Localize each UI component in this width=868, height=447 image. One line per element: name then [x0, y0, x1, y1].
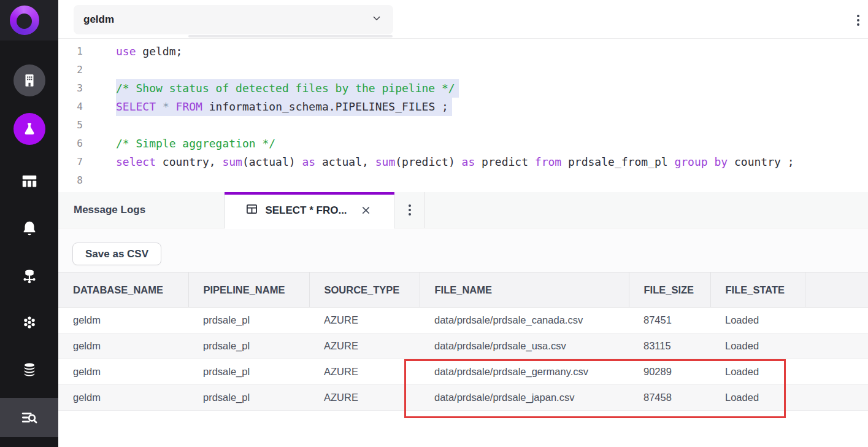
- tab-message-logs-label: Message Logs: [74, 204, 145, 216]
- kebab-menu-icon: [409, 204, 411, 216]
- results-toolbar: Save as CSV: [58, 229, 868, 272]
- code-line[interactable]: 4SELECT * FROM information_schema.PIPELI…: [58, 98, 868, 116]
- building-icon: [13, 64, 45, 96]
- sql-editor[interactable]: 1use geldm;23/* Show status of detected …: [58, 39, 868, 192]
- line-number: 1: [58, 42, 93, 61]
- code-line-text: /* Show status of detected files by the …: [116, 79, 455, 98]
- table-cell: Loaded: [710, 333, 805, 359]
- results-tabstrip: Message Logs SELECT * FRO...: [58, 192, 868, 228]
- sidebar-item-dashboards[interactable]: [0, 161, 58, 201]
- pipeline-database-icon: [20, 267, 39, 286]
- table-row[interactable]: geldmprdsale_plAZUREdata/prdsale/prdsale…: [58, 359, 868, 385]
- table-cell: data/prdsale/prdsale_usa.csv: [420, 333, 629, 359]
- tab-message-logs[interactable]: Message Logs: [58, 192, 225, 228]
- code-line[interactable]: 5: [58, 116, 868, 134]
- table-row[interactable]: geldmprdsale_plAZUREdata/prdsale/prdsale…: [58, 385, 868, 411]
- table-row[interactable]: geldmprdsale_plAZUREdata/prdsale/prdsale…: [58, 308, 868, 333]
- column-header: FILE_SIZE: [629, 273, 710, 308]
- code-line-text: SELECT * FROM information_schema.PIPELIN…: [116, 98, 448, 116]
- table-header-row: DATABASE_NAMEPIPELINE_NAMESOURCE_TYPEFIL…: [58, 273, 868, 308]
- code-line[interactable]: 1use geldm;: [58, 42, 868, 61]
- code-line-text: /* Simple aggregation */: [116, 134, 275, 153]
- tab-query-result[interactable]: SELECT * FRO...: [225, 192, 394, 228]
- chevron-down-icon: [371, 13, 382, 26]
- table-cell: 83115: [629, 333, 710, 359]
- code-editor: 1use geldm;23/* Show status of detected …: [58, 42, 868, 190]
- code-line-text: select country, sum(actual) as actual, s…: [116, 153, 794, 171]
- line-number: 8: [58, 171, 93, 190]
- editor-scrollbar-thumb[interactable]: [188, 35, 393, 37]
- table-cell: prdsale_pl: [188, 308, 309, 333]
- cluster-dots-icon: [20, 313, 39, 332]
- line-number: 6: [58, 134, 93, 153]
- line-number: 4: [58, 98, 93, 116]
- table-cell: 87458: [629, 385, 710, 411]
- database-selector-value: geldm: [83, 14, 114, 26]
- logo-area: [0, 0, 58, 41]
- sidebar-item-organization[interactable]: [0, 61, 58, 100]
- column-header: FILE_NAME: [420, 273, 629, 308]
- table-cell: prdsale_pl: [188, 359, 309, 385]
- logo-swirl-icon[interactable]: [10, 6, 39, 35]
- tab-query-result-label: SELECT * FRO...: [265, 204, 347, 217]
- code-line[interactable]: 6/* Simple aggregation */: [58, 134, 868, 153]
- table-cell: AZURE: [309, 359, 420, 385]
- table-cell: geldm: [58, 333, 188, 359]
- table-row[interactable]: geldmprdsale_plAZUREdata/prdsale/prdsale…: [58, 333, 868, 359]
- database-selector[interactable]: geldm: [74, 5, 393, 34]
- code-line[interactable]: 2: [58, 61, 868, 79]
- column-header: FILE_STATE: [710, 273, 805, 308]
- close-icon[interactable]: [359, 204, 373, 217]
- save-as-csv-button[interactable]: Save as CSV: [72, 243, 161, 265]
- line-number: 3: [58, 79, 93, 98]
- sidebar-item-sql-editor[interactable]: [0, 109, 58, 149]
- line-number: 5: [58, 116, 93, 134]
- table-grid-icon: [246, 203, 258, 217]
- sidebar-item-notifications[interactable]: [0, 209, 58, 248]
- table-cell: [805, 385, 868, 411]
- table-cell: geldm: [58, 385, 188, 411]
- table-cell: data/prdsale/prdsale_japan.csv: [420, 385, 629, 411]
- table-cell: AZURE: [309, 333, 420, 359]
- code-line-text: use geldm;: [116, 42, 182, 61]
- results-table: DATABASE_NAMEPIPELINE_NAMESOURCE_TYPEFIL…: [58, 272, 868, 411]
- column-header: SOURCE_TYPE: [309, 273, 420, 308]
- table-cell: geldm: [58, 359, 188, 385]
- sidebar-item-logs[interactable]: [0, 398, 58, 437]
- table-cell: [805, 333, 868, 359]
- column-header: DATABASE_NAME: [58, 273, 188, 308]
- table-cell: AZURE: [309, 385, 420, 411]
- sidebar-item-cluster[interactable]: [0, 303, 58, 342]
- database-stack-icon: [20, 360, 39, 379]
- columns-dashboard-icon: [20, 172, 39, 190]
- column-header: PIPELINE_NAME: [188, 273, 309, 308]
- table-cell: [805, 308, 868, 333]
- line-number: 2: [58, 61, 93, 79]
- logs-search-icon: [20, 408, 39, 427]
- table-cell: data/prdsale/prdsale_canada.csv: [420, 308, 629, 333]
- table-cell: prdsale_pl: [188, 385, 309, 411]
- sidebar: [0, 0, 58, 447]
- table-cell: [805, 359, 868, 385]
- table-cell: Loaded: [710, 385, 805, 411]
- kebab-menu-icon[interactable]: [852, 14, 864, 27]
- table-cell: AZURE: [309, 308, 420, 333]
- tab-options-button[interactable]: [394, 192, 425, 228]
- code-line[interactable]: 3/* Show status of detected files by the…: [58, 79, 868, 98]
- code-line[interactable]: 7select country, sum(actual) as actual, …: [58, 153, 868, 171]
- flask-icon: [13, 113, 45, 145]
- table-cell: Loaded: [710, 308, 805, 333]
- code-line[interactable]: 8: [58, 171, 868, 190]
- sidebar-item-pipelines[interactable]: [0, 257, 58, 296]
- bell-icon: [20, 219, 39, 238]
- table-cell: prdsale_pl: [188, 333, 309, 359]
- sidebar-item-databases[interactable]: [0, 350, 58, 389]
- table-cell: 90289: [629, 359, 710, 385]
- table-cell: Loaded: [710, 359, 805, 385]
- topbar: geldm: [58, 0, 868, 39]
- line-number: 7: [58, 153, 93, 171]
- table-cell: 87451: [629, 308, 710, 333]
- column-header: [805, 273, 868, 308]
- table-cell: data/prdsale/prdsale_germany.csv: [420, 359, 629, 385]
- table-cell: geldm: [58, 308, 188, 333]
